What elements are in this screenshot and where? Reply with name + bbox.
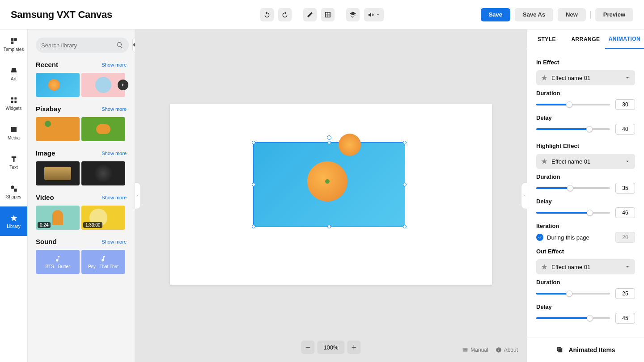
duration-slider[interactable] — [536, 293, 610, 295]
search-input-wrap[interactable] — [36, 38, 129, 53]
top-toolbar — [260, 8, 384, 21]
nav-media[interactable]: Media — [0, 118, 27, 147]
delay-input[interactable] — [615, 207, 635, 218]
resize-handle[interactable] — [252, 141, 255, 144]
delay-label: Delay — [536, 303, 635, 310]
undo-button[interactable] — [260, 8, 274, 21]
delay-slider[interactable] — [536, 212, 610, 214]
info-icon — [496, 347, 502, 353]
music-icon — [54, 255, 61, 262]
preview-button[interactable]: Preview — [595, 8, 633, 21]
save-button[interactable]: Save — [481, 8, 510, 21]
show-more-image[interactable]: Show more — [102, 151, 127, 156]
ruler-button[interactable] — [303, 8, 317, 21]
thumbnail[interactable] — [81, 117, 125, 141]
video-duration-badge: 0:24 — [38, 222, 51, 228]
thumbnail[interactable] — [36, 73, 80, 97]
nav-templates[interactable]: Templates — [0, 29, 27, 59]
nav-art[interactable]: Art — [0, 59, 27, 88]
rotate-handle[interactable] — [327, 135, 331, 140]
nav-library[interactable]: Library — [0, 206, 27, 236]
video-duration-badge: 1:30:00 — [83, 222, 102, 228]
resize-handle[interactable] — [403, 183, 407, 186]
thumbnail[interactable] — [81, 161, 125, 185]
nav-text[interactable]: Text — [0, 147, 27, 177]
effect-name: Effect name 01 — [551, 158, 590, 165]
right-panel: STYLE ARRANGE ANIMATION In Effect Effect… — [527, 29, 644, 362]
resize-handle[interactable] — [403, 141, 407, 144]
show-more-sound[interactable]: Show more — [102, 239, 127, 244]
canvas-area[interactable]: 100% Manual About — [135, 29, 527, 362]
show-more-pixabay[interactable]: Show more — [102, 106, 127, 112]
search-input[interactable] — [41, 42, 116, 49]
element-graphic — [339, 134, 361, 156]
delay-input[interactable] — [615, 124, 635, 135]
show-more-video[interactable]: Show more — [102, 195, 127, 200]
out-effect-select[interactable]: Effect name 01 — [536, 259, 635, 274]
resize-handle[interactable] — [327, 225, 331, 228]
manual-link[interactable]: Manual — [462, 347, 488, 353]
thumbnail[interactable]: 0:24 — [36, 206, 80, 230]
duration-slider[interactable] — [536, 187, 610, 189]
zoom-out-button[interactable] — [301, 341, 314, 354]
collapse-right-button[interactable] — [521, 182, 527, 209]
app-title: Samsung VXT Canvas — [11, 9, 112, 21]
highlight-effect-title: Highlight Effect — [536, 143, 635, 149]
iteration-input — [615, 232, 635, 243]
thumbnail-sound[interactable]: BTS - Butter — [36, 250, 80, 274]
delay-label: Delay — [536, 114, 635, 121]
resize-handle[interactable] — [252, 183, 255, 186]
during-page-checkbox[interactable] — [536, 234, 543, 241]
nav-widgets[interactable]: Widgets — [0, 88, 27, 118]
nav-label: Shapes — [6, 194, 21, 199]
about-link[interactable]: About — [496, 347, 518, 353]
new-button[interactable]: New — [558, 8, 586, 21]
carousel-next-button[interactable] — [118, 80, 128, 90]
thumbnail[interactable]: 1:30:00 — [81, 206, 125, 230]
selected-element[interactable] — [253, 142, 405, 227]
effect-name: Effect name 01 — [551, 264, 590, 270]
duration-input[interactable] — [615, 288, 635, 299]
section-pixabay: Pixabay — [36, 105, 61, 113]
redo-button[interactable] — [278, 8, 292, 21]
sound-label: BTS - Butter — [45, 264, 70, 269]
delay-input[interactable] — [615, 313, 635, 324]
resize-handle[interactable] — [403, 225, 407, 228]
canvas-page[interactable] — [170, 104, 492, 285]
zoom-display[interactable]: 100% — [317, 341, 344, 354]
section-image: Image — [36, 149, 55, 157]
thumbnail[interactable] — [36, 117, 80, 141]
animated-items-label: Animated Items — [568, 346, 615, 354]
show-more-recent[interactable]: Show more — [102, 62, 127, 67]
in-effect-title: In Effect — [536, 59, 635, 66]
tab-animation[interactable]: ANIMATION — [605, 29, 644, 49]
layers-button[interactable] — [346, 8, 360, 21]
thumbnail[interactable] — [36, 161, 80, 185]
animated-items-button[interactable]: Animated Items — [527, 337, 644, 362]
nav-shapes[interactable]: Shapes — [0, 177, 27, 206]
zoom-in-button[interactable] — [347, 341, 361, 354]
collapse-left-button[interactable] — [135, 182, 141, 209]
element-graphic — [307, 161, 347, 202]
tab-arrange[interactable]: ARRANGE — [566, 29, 605, 49]
keyboard-icon — [462, 347, 468, 353]
duration-label: Duration — [536, 173, 635, 180]
nav-label: Art — [11, 76, 17, 81]
duration-slider[interactable] — [536, 104, 610, 105]
volume-button[interactable] — [364, 8, 384, 21]
duration-input[interactable] — [615, 183, 635, 194]
delay-slider[interactable] — [536, 128, 610, 130]
highlight-effect-select[interactable]: Effect name 01 — [536, 154, 635, 169]
duration-input[interactable] — [615, 99, 635, 110]
resize-handle[interactable] — [327, 141, 331, 144]
save-as-button[interactable]: Save As — [515, 8, 553, 21]
delay-slider[interactable] — [536, 317, 610, 319]
grid-button[interactable] — [321, 8, 335, 21]
thumbnail-sound[interactable]: Psy - That That — [81, 250, 125, 274]
section-recent: Recent — [36, 61, 58, 68]
tab-style[interactable]: STYLE — [527, 29, 566, 49]
resize-handle[interactable] — [252, 225, 255, 228]
nav-label: Widgets — [5, 106, 21, 111]
in-effect-select[interactable]: Effect name 01 — [536, 70, 635, 85]
nav-label: Text — [9, 165, 17, 170]
